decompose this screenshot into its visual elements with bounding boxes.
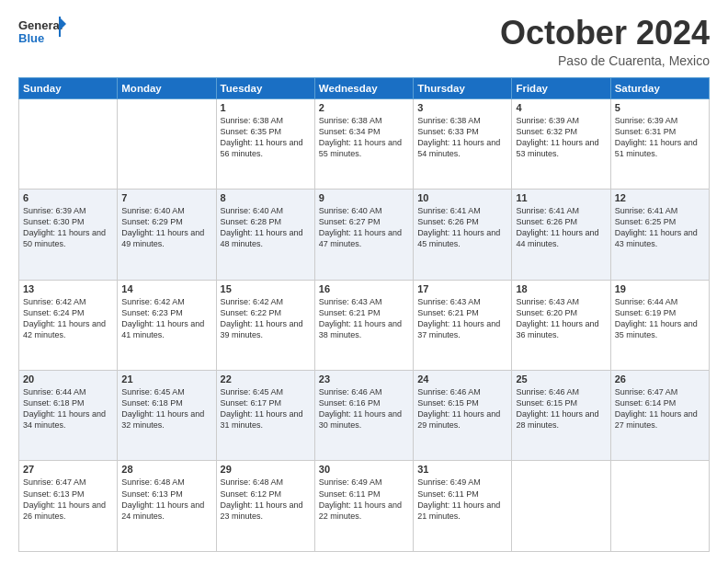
calendar-cell: 28Sunrise: 6:48 AMSunset: 6:13 PMDayligh… xyxy=(118,461,216,552)
calendar-cell: 17Sunrise: 6:43 AMSunset: 6:21 PMDayligh… xyxy=(414,280,512,370)
calendar-header-thursday: Thursday xyxy=(414,77,512,98)
calendar-cell: 20Sunrise: 6:44 AMSunset: 6:18 PMDayligh… xyxy=(19,371,118,461)
calendar-cell: 26Sunrise: 6:47 AMSunset: 6:14 PMDayligh… xyxy=(610,371,709,461)
calendar-cell: 29Sunrise: 6:48 AMSunset: 6:12 PMDayligh… xyxy=(216,461,314,552)
day-info: Sunrise: 6:40 AMSunset: 6:27 PMDaylight:… xyxy=(319,205,409,250)
day-number: 14 xyxy=(121,283,211,294)
day-info: Sunrise: 6:48 AMSunset: 6:13 PMDaylight:… xyxy=(121,477,211,522)
day-number: 27 xyxy=(23,464,113,475)
day-number: 20 xyxy=(23,373,113,385)
calendar-cell: 24Sunrise: 6:46 AMSunset: 6:15 PMDayligh… xyxy=(414,371,512,461)
day-number: 8 xyxy=(221,192,311,203)
day-number: 11 xyxy=(516,192,606,203)
day-info: Sunrise: 6:40 AMSunset: 6:29 PMDaylight:… xyxy=(121,205,211,250)
calendar-cell: 21Sunrise: 6:45 AMSunset: 6:18 PMDayligh… xyxy=(118,371,216,461)
day-number: 4 xyxy=(516,102,606,113)
day-number: 6 xyxy=(23,192,113,203)
calendar-header-wednesday: Wednesday xyxy=(314,77,413,98)
day-info: Sunrise: 6:47 AMSunset: 6:14 PMDaylight:… xyxy=(615,386,705,431)
calendar-cell: 2Sunrise: 6:38 AMSunset: 6:34 PMDaylight… xyxy=(314,98,413,189)
day-info: Sunrise: 6:38 AMSunset: 6:33 PMDaylight:… xyxy=(417,115,507,160)
calendar-week-row: 6Sunrise: 6:39 AMSunset: 6:30 PMDaylight… xyxy=(19,190,710,280)
calendar-cell: 13Sunrise: 6:42 AMSunset: 6:24 PMDayligh… xyxy=(19,280,118,370)
calendar-cell: 27Sunrise: 6:47 AMSunset: 6:13 PMDayligh… xyxy=(19,461,118,552)
day-info: Sunrise: 6:46 AMSunset: 6:15 PMDaylight:… xyxy=(417,386,507,431)
calendar-week-row: 27Sunrise: 6:47 AMSunset: 6:13 PMDayligh… xyxy=(19,461,710,552)
calendar-week-row: 1Sunrise: 6:38 AMSunset: 6:35 PMDaylight… xyxy=(19,98,710,189)
calendar-cell xyxy=(610,461,709,552)
day-info: Sunrise: 6:44 AMSunset: 6:19 PMDaylight:… xyxy=(615,296,705,341)
day-number: 2 xyxy=(319,102,409,113)
day-number: 15 xyxy=(221,283,311,294)
day-number: 25 xyxy=(516,373,606,385)
calendar-cell: 12Sunrise: 6:41 AMSunset: 6:25 PMDayligh… xyxy=(610,190,709,280)
location: Paso de Cuarenta, Mexico xyxy=(500,53,710,68)
day-info: Sunrise: 6:45 AMSunset: 6:17 PMDaylight:… xyxy=(221,386,311,431)
calendar-header-monday: Monday xyxy=(118,77,216,98)
day-info: Sunrise: 6:41 AMSunset: 6:26 PMDaylight:… xyxy=(516,205,606,250)
day-number: 9 xyxy=(319,192,409,203)
day-number: 22 xyxy=(221,373,311,385)
calendar-cell: 10Sunrise: 6:41 AMSunset: 6:26 PMDayligh… xyxy=(414,190,512,280)
calendar-cell: 3Sunrise: 6:38 AMSunset: 6:33 PMDaylight… xyxy=(414,98,512,189)
day-info: Sunrise: 6:40 AMSunset: 6:28 PMDaylight:… xyxy=(221,205,311,250)
day-info: Sunrise: 6:49 AMSunset: 6:11 PMDaylight:… xyxy=(319,477,409,522)
day-number: 26 xyxy=(615,373,705,385)
day-number: 7 xyxy=(121,192,211,203)
calendar-table: SundayMondayTuesdayWednesdayThursdayFrid… xyxy=(18,77,710,552)
title-block: October 2024 Paso de Cuarenta, Mexico xyxy=(500,15,710,68)
day-info: Sunrise: 6:38 AMSunset: 6:34 PMDaylight:… xyxy=(319,115,409,160)
calendar-week-row: 20Sunrise: 6:44 AMSunset: 6:18 PMDayligh… xyxy=(19,371,710,461)
day-info: Sunrise: 6:47 AMSunset: 6:13 PMDaylight:… xyxy=(23,477,113,522)
day-number: 18 xyxy=(516,283,606,294)
day-number: 31 xyxy=(417,464,507,475)
day-number: 19 xyxy=(615,283,705,294)
calendar-cell: 6Sunrise: 6:39 AMSunset: 6:30 PMDaylight… xyxy=(19,190,118,280)
day-number: 16 xyxy=(319,283,409,294)
day-info: Sunrise: 6:39 AMSunset: 6:30 PMDaylight:… xyxy=(23,205,113,250)
calendar-cell: 30Sunrise: 6:49 AMSunset: 6:11 PMDayligh… xyxy=(314,461,413,552)
calendar-cell: 31Sunrise: 6:49 AMSunset: 6:11 PMDayligh… xyxy=(414,461,512,552)
calendar-header-tuesday: Tuesday xyxy=(216,77,314,98)
month-title: October 2024 xyxy=(500,15,710,52)
day-info: Sunrise: 6:44 AMSunset: 6:18 PMDaylight:… xyxy=(23,386,113,431)
day-number: 28 xyxy=(121,464,211,475)
day-number: 10 xyxy=(417,192,507,203)
day-number: 29 xyxy=(221,464,311,475)
day-info: Sunrise: 6:43 AMSunset: 6:20 PMDaylight:… xyxy=(516,296,606,341)
day-number: 23 xyxy=(319,373,409,385)
calendar-cell: 25Sunrise: 6:46 AMSunset: 6:15 PMDayligh… xyxy=(512,371,610,461)
day-info: Sunrise: 6:42 AMSunset: 6:23 PMDaylight:… xyxy=(121,296,211,341)
day-info: Sunrise: 6:43 AMSunset: 6:21 PMDaylight:… xyxy=(417,296,507,341)
svg-text:General: General xyxy=(18,18,63,32)
day-number: 3 xyxy=(417,102,507,113)
calendar-cell xyxy=(512,461,610,552)
svg-text:Blue: Blue xyxy=(18,31,44,45)
calendar-cell: 23Sunrise: 6:46 AMSunset: 6:16 PMDayligh… xyxy=(314,371,413,461)
calendar-cell: 4Sunrise: 6:39 AMSunset: 6:32 PMDaylight… xyxy=(512,98,610,189)
svg-rect-3 xyxy=(59,17,61,37)
calendar-header-saturday: Saturday xyxy=(610,77,709,98)
header: General Blue October 2024 Paso de Cuaren… xyxy=(18,15,710,68)
logo-icon: General Blue xyxy=(18,15,66,52)
calendar-cell xyxy=(19,98,118,189)
calendar-header-sunday: Sunday xyxy=(19,77,118,98)
page: General Blue October 2024 Paso de Cuaren… xyxy=(0,0,728,563)
day-info: Sunrise: 6:41 AMSunset: 6:25 PMDaylight:… xyxy=(615,205,705,250)
logo: General Blue xyxy=(18,15,66,52)
calendar-header-friday: Friday xyxy=(512,77,610,98)
day-info: Sunrise: 6:41 AMSunset: 6:26 PMDaylight:… xyxy=(417,205,507,250)
calendar-cell: 1Sunrise: 6:38 AMSunset: 6:35 PMDaylight… xyxy=(216,98,314,189)
day-number: 30 xyxy=(319,464,409,475)
day-info: Sunrise: 6:45 AMSunset: 6:18 PMDaylight:… xyxy=(121,386,211,431)
calendar-cell: 9Sunrise: 6:40 AMSunset: 6:27 PMDaylight… xyxy=(314,190,413,280)
day-number: 5 xyxy=(615,102,705,113)
calendar-cell: 15Sunrise: 6:42 AMSunset: 6:22 PMDayligh… xyxy=(216,280,314,370)
calendar-cell: 18Sunrise: 6:43 AMSunset: 6:20 PMDayligh… xyxy=(512,280,610,370)
calendar-cell: 11Sunrise: 6:41 AMSunset: 6:26 PMDayligh… xyxy=(512,190,610,280)
day-info: Sunrise: 6:42 AMSunset: 6:24 PMDaylight:… xyxy=(23,296,113,341)
day-number: 12 xyxy=(615,192,705,203)
day-info: Sunrise: 6:39 AMSunset: 6:31 PMDaylight:… xyxy=(615,115,705,160)
calendar-cell: 8Sunrise: 6:40 AMSunset: 6:28 PMDaylight… xyxy=(216,190,314,280)
day-info: Sunrise: 6:43 AMSunset: 6:21 PMDaylight:… xyxy=(319,296,409,341)
